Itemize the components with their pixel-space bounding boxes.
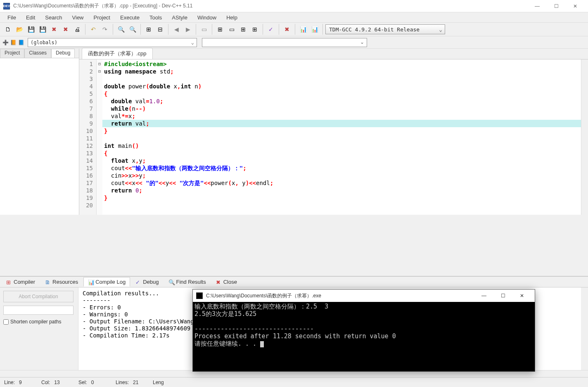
minimize-button[interactable]: — — [528, 0, 547, 12]
file-tab[interactable]: 函数的例子（求幂）.cpp — [82, 48, 153, 59]
status-length: Leng — [153, 380, 178, 385]
menu-view[interactable]: View — [68, 14, 88, 21]
console-output: 输入底数和指数（两数之间空格分隔）：2.5 3 2.5的3次方是15.625 -… — [193, 302, 535, 348]
maximize-button[interactable]: ☐ — [547, 0, 566, 12]
globals-selector[interactable]: (globals) — [28, 38, 197, 47]
bottom-tab-label: Compiler — [14, 279, 35, 285]
console-title: C:\Users\Wang\Documents\函数的例子（求幂）.exe — [206, 292, 474, 299]
resources-icon: 🗎 — [45, 279, 51, 285]
undo-icon[interactable]: ↶ — [88, 24, 99, 35]
bottom-tab-compile-log[interactable]: 📊Compile Log — [83, 277, 130, 287]
compiler-icon: ⊞ — [6, 279, 12, 285]
console-window[interactable]: C:\Users\Wang\Documents\函数的例子（求幂）.exe — … — [192, 289, 535, 372]
main-area: ProjectClassesDebug 函数的例子（求幂）.cpp 123456… — [0, 49, 588, 215]
menu-execute[interactable]: Execute — [116, 14, 144, 21]
redo-icon[interactable]: ↷ — [100, 24, 110, 35]
goto-class-icon[interactable]: 📙 — [10, 40, 17, 45]
bottom-tab-label: Debug — [143, 279, 159, 285]
find-results-icon: 🔍 — [168, 279, 174, 285]
shorten-paths-label: Shorten compiler paths — [10, 319, 61, 325]
console-maximize-button[interactable]: ☐ — [493, 290, 512, 302]
compile-log-icon: 📊 — [88, 279, 94, 285]
menu-edit[interactable]: Edit — [22, 14, 39, 21]
bottom-tab-label: Close — [223, 279, 237, 285]
compile-controls: Abort Compilation Shorten compiler paths — [0, 287, 78, 370]
print-icon[interactable]: 🖨 — [72, 24, 83, 35]
debug-icon: ✓ — [135, 279, 141, 285]
editor-panel: 函数的例子（求幂）.cpp 12345678910111213141516171… — [79, 49, 588, 215]
left-tab-project[interactable]: Project — [0, 49, 24, 58]
class-toolbar: ➕ 📙 📘 (globals) — [0, 36, 588, 49]
left-tab-debug[interactable]: Debug — [51, 49, 75, 58]
menu-tools[interactable]: Tools — [145, 14, 166, 21]
status-sel: Sel: 0 — [78, 380, 103, 385]
left-panel-content — [0, 58, 79, 215]
close-button[interactable]: ✕ — [566, 0, 585, 12]
bottom-tab-compiler[interactable]: ⊞Compiler — [2, 277, 40, 287]
close-icon: ✖ — [216, 279, 222, 285]
menu-window[interactable]: Window — [193, 14, 220, 21]
bottom-tab-find-results[interactable]: 🔍Find Results — [164, 277, 210, 287]
bottom-tab-close[interactable]: ✖Close — [211, 277, 242, 287]
open-icon[interactable]: 📂 — [14, 24, 25, 35]
menu-search[interactable]: Search — [41, 14, 66, 21]
main-toolbar: 🗋 📂 💾 💾 ✖ ✖ 🖨 ↶ ↷ 🔍 🔍 ⊞ ⊟ ◀ ▶ ▭ ⊞ ▭ ⊞ ⊞ … — [0, 22, 588, 36]
menu-astyle[interactable]: AStyle — [168, 14, 192, 21]
menu-project[interactable]: Project — [90, 14, 114, 21]
log-vscroll[interactable] — [581, 287, 588, 370]
bottom-tab-debug[interactable]: ✓Debug — [131, 277, 163, 287]
console-minimize-button[interactable]: — — [474, 290, 493, 302]
bookmark-icon[interactable]: ▭ — [199, 24, 209, 35]
left-tab-classes[interactable]: Classes — [24, 49, 51, 58]
bottom-tab-label: Resources — [52, 279, 78, 285]
goto-icon[interactable]: ⊞ — [143, 24, 154, 35]
save-icon[interactable]: 💾 — [26, 24, 36, 35]
delete-profile-icon[interactable]: 📊 — [309, 24, 320, 35]
bottom-tab-resources[interactable]: 🗎Resources — [40, 277, 83, 287]
status-lines: Lines: 21 — [116, 380, 140, 385]
shorten-paths-input[interactable] — [3, 319, 9, 325]
code-editor[interactable]: 1234567891011121314151617181920 ⊟⊟ #incl… — [79, 59, 588, 215]
new-class-icon[interactable]: ➕ — [2, 40, 9, 45]
abort-compilation-button[interactable]: Abort Compilation — [3, 291, 74, 302]
cursor-icon — [260, 341, 264, 347]
debug-icon[interactable]: ✓ — [266, 24, 276, 35]
shorten-paths-checkbox[interactable]: Shorten compiler paths — [3, 319, 75, 325]
back-icon[interactable]: ◀ — [171, 24, 182, 35]
save-all-icon[interactable]: 💾 — [37, 24, 48, 35]
path-input[interactable] — [3, 306, 74, 315]
console-titlebar[interactable]: C:\Users\Wang\Documents\函数的例子（求幂）.exe — … — [193, 290, 535, 302]
find-icon[interactable]: 🔍 — [116, 24, 126, 35]
new-file-icon[interactable]: 🗋 — [2, 24, 13, 35]
goto-decl-icon[interactable]: 📘 — [18, 40, 24, 45]
app-icon: DEV — [3, 3, 10, 9]
window-controls: — ☐ ✕ — [528, 0, 585, 12]
bottom-tab-label: Compile Log — [95, 279, 126, 285]
menu-file[interactable]: File — [3, 14, 20, 21]
status-col: Col: 13 — [41, 380, 66, 385]
close-all-icon[interactable]: ✖ — [60, 24, 71, 35]
console-close-button[interactable]: ✕ — [512, 290, 531, 302]
bottom-tabs: ⊞Compiler🗎Resources📊Compile Log✓Debug🔍Fi… — [0, 277, 588, 287]
code-content[interactable]: #include<iostream>using namespace std; d… — [102, 59, 581, 215]
compile-icon[interactable]: ⊞ — [215, 24, 225, 35]
menubar: FileEditSearchViewProjectExecuteToolsASt… — [0, 12, 588, 22]
fold-column[interactable]: ⊟⊟ — [97, 59, 102, 215]
run-icon[interactable]: ▭ — [226, 24, 237, 35]
toggle-icon[interactable]: ⊟ — [155, 24, 166, 35]
rebuild-icon[interactable]: ⊞ — [249, 24, 260, 35]
profile-icon[interactable]: 📊 — [298, 24, 308, 35]
member-selector[interactable] — [202, 38, 367, 47]
console-icon — [196, 292, 203, 299]
replace-icon[interactable]: 🔍 — [127, 24, 138, 35]
compiler-selector[interactable]: TDM-GCC 4.9.2 64-bit Release — [325, 24, 445, 34]
compile-run-icon[interactable]: ⊞ — [238, 24, 249, 35]
statusbar: Line: 9 Col: 13 Sel: 0 Lines: 21 Leng — [0, 377, 588, 387]
forward-icon[interactable]: ▶ — [183, 24, 193, 35]
menu-help[interactable]: Help — [222, 14, 242, 21]
editor-vscroll[interactable] — [581, 59, 588, 215]
close-file-icon[interactable]: ✖ — [49, 24, 59, 35]
left-tabs: ProjectClassesDebug — [0, 49, 79, 58]
titlebar: DEV C:\Users\Wang\Documents\函数的例子（求幂）.cp… — [0, 0, 588, 12]
stop-icon[interactable]: ✖ — [282, 24, 292, 35]
